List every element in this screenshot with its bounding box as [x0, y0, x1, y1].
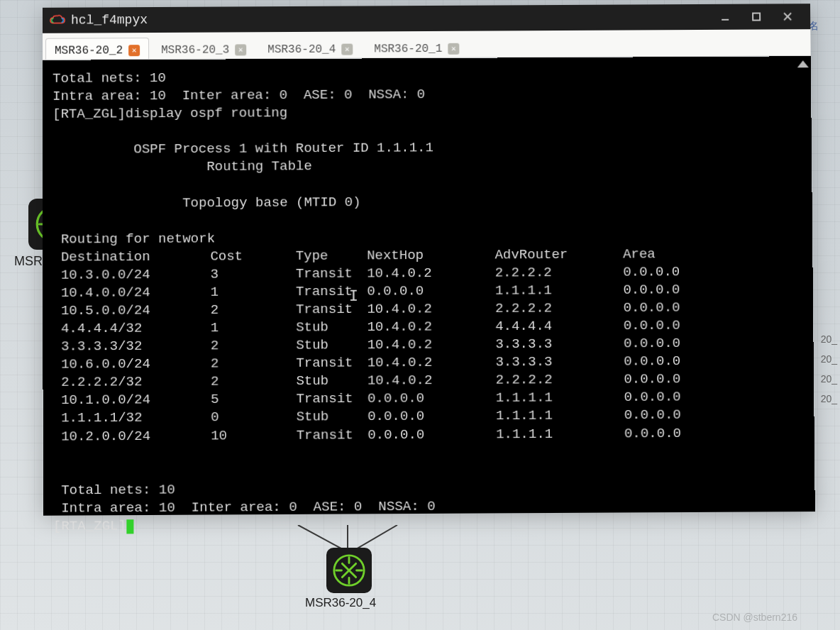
tab-MSR36-20_3[interactable]: MSR36-20_3✕	[152, 37, 255, 59]
cell-destination: 1.1.1.1/32	[61, 409, 211, 428]
prompt: [RTA_ZGL]	[53, 518, 126, 534]
cell-destination: 10.4.0.0/24	[61, 284, 211, 302]
tab-MSR36-20_4[interactable]: MSR36-20_4✕	[258, 36, 362, 58]
cell-area: 0.0.0.0	[624, 407, 710, 425]
cell-cost: 2	[211, 355, 297, 373]
router-device-bottom[interactable]	[326, 548, 372, 593]
side-label: 20_	[821, 373, 837, 385]
cell-type: Stub	[296, 336, 367, 355]
canvas-side-labels: 20_ 20_ 20_ 20_	[821, 333, 837, 404]
cell-destination: 10.3.0.0/24	[61, 265, 211, 284]
total-nets-line: Total nets: 10	[52, 70, 166, 87]
cell-cost: 2	[211, 301, 296, 319]
cell-nexthop: 10.4.0.2	[368, 354, 496, 372]
cell-area: 0.0.0.0	[623, 263, 709, 282]
router-device-bottom-label: MSR36-20_4	[305, 596, 376, 610]
cell-advrouter: 2.2.2.2	[495, 371, 624, 389]
cell-cost: 0	[211, 409, 297, 427]
cell-area: 0.0.0.0	[624, 335, 709, 353]
cell-advrouter: 1.1.1.1	[495, 282, 624, 300]
routing-table-heading: Routing Table	[206, 159, 312, 175]
terminal[interactable]: I Total nets: 10 Intra area: 10 Inter ar…	[43, 56, 815, 516]
cell-nexthop: 0.0.0.0	[368, 426, 496, 444]
watermark: CSDN @stbern216	[712, 612, 797, 623]
window-minimize-button[interactable]	[709, 6, 741, 28]
topology-heading: Topology base (MTID 0)	[182, 194, 360, 211]
cell-advrouter: 1.1.1.1	[496, 407, 624, 425]
cell-area: 0.0.0.0	[624, 424, 710, 443]
command-line: [RTA_ZGL]display ospf routing	[52, 105, 287, 122]
cell-area: 0.0.0.0	[623, 281, 709, 299]
tab-label: MSR36-20_2	[55, 44, 123, 57]
cell-advrouter: 2.2.2.2	[495, 299, 624, 318]
cell-type: Stub	[297, 408, 368, 426]
cell-area: 0.0.0.0	[624, 316, 709, 335]
cell-area: 0.0.0.0	[624, 389, 709, 407]
cell-destination: 3.3.3.3/32	[61, 337, 211, 355]
section-heading: Routing for network	[61, 231, 215, 247]
cell-area: 0.0.0.0	[623, 299, 709, 317]
intra-area-line: Intra area: 10 Inter area: 0 ASE: 0 NSSA…	[61, 499, 436, 516]
cell-cost: 10	[211, 426, 297, 445]
cell-destination: 10.2.0.0/24	[61, 427, 211, 446]
tab-close-icon[interactable]: ✕	[128, 45, 140, 56]
cell-advrouter: 4.4.4.4	[495, 317, 624, 336]
cell-area: 0.0.0.0	[624, 353, 709, 371]
cell-advrouter: 2.2.2.2	[495, 263, 624, 282]
cell-cost: 1	[211, 319, 297, 338]
cell-type: Stub	[296, 372, 368, 391]
app-window: hcl_f4mpyx MSR36-20_2✕MSR36-20_3✕MSR36-2…	[43, 4, 815, 516]
tab-close-icon[interactable]: ✕	[341, 43, 353, 55]
cell-advrouter: 3.3.3.3	[495, 353, 624, 372]
window-close-button[interactable]	[772, 6, 803, 27]
cell-nexthop: 10.4.0.2	[367, 300, 495, 319]
cell-type: Stub	[296, 319, 367, 337]
svg-rect-6	[753, 13, 760, 21]
tab-close-icon[interactable]: ✕	[235, 44, 246, 55]
cell-type: Transit	[296, 301, 367, 319]
scroll-up-icon[interactable]	[797, 60, 809, 67]
cell-destination: 4.4.4.4/32	[61, 319, 211, 338]
tab-label: MSR36-20_3	[161, 43, 229, 57]
cell-destination: 10.6.0.0/24	[61, 355, 211, 374]
intra-area-line: Intra area: 10 Inter area: 0 ASE: 0 NSSA…	[52, 87, 425, 104]
col-area: Area	[623, 245, 709, 264]
side-label: 20_	[821, 393, 837, 404]
tab-MSR36-20_2[interactable]: MSR36-20_2✕	[45, 38, 149, 60]
cell-type: Transit	[296, 390, 368, 409]
ospf-heading: OSPF Process 1 with Router ID 1.1.1.1	[133, 140, 433, 158]
tab-label: MSR36-20_4	[267, 43, 336, 56]
titlebar[interactable]: hcl_f4mpyx	[43, 4, 810, 33]
cell-area: 0.0.0.0	[624, 370, 709, 389]
cell-nexthop: 0.0.0.0	[368, 389, 496, 408]
cell-cost: 1	[211, 283, 296, 302]
cell-cost: 2	[211, 372, 297, 391]
side-label: 20_	[821, 333, 837, 345]
total-nets-line: Total nets: 10	[61, 482, 175, 498]
cell-advrouter: 1.1.1.1	[496, 425, 624, 443]
cell-type: Transit	[296, 265, 367, 283]
cell-nexthop: 0.0.0.0	[367, 282, 495, 301]
window-maximize-button[interactable]	[741, 6, 772, 27]
app-logo-icon	[50, 15, 65, 26]
cell-nexthop: 10.4.0.2	[368, 336, 496, 354]
tabstrip: MSR36-20_2✕MSR36-20_3✕MSR36-20_4✕MSR36-2…	[43, 29, 811, 60]
col-type: Type	[296, 247, 367, 265]
cell-destination: 10.1.0.0/24	[61, 391, 211, 409]
terminal-cursor	[126, 519, 133, 534]
cell-nexthop: 10.4.0.2	[367, 318, 495, 336]
terminal-output: Total nets: 10 Intra area: 10 Inter area…	[52, 66, 805, 536]
app-title: hcl_f4mpyx	[71, 13, 148, 28]
cell-type: Transit	[296, 283, 367, 302]
side-label: 20_	[821, 353, 837, 365]
cell-cost: 3	[210, 265, 295, 284]
cell-cost: 2	[211, 337, 297, 355]
cell-nexthop: 0.0.0.0	[368, 407, 496, 426]
tab-label: MSR36-20_1	[374, 42, 442, 55]
tab-close-icon[interactable]: ✕	[448, 43, 459, 54]
cell-advrouter: 1.1.1.1	[496, 389, 624, 407]
cell-type: Transit	[297, 426, 368, 445]
col-cost: Cost	[210, 248, 295, 266]
cell-advrouter: 3.3.3.3	[495, 335, 624, 353]
tab-MSR36-20_1[interactable]: MSR36-20_1✕	[365, 36, 468, 58]
